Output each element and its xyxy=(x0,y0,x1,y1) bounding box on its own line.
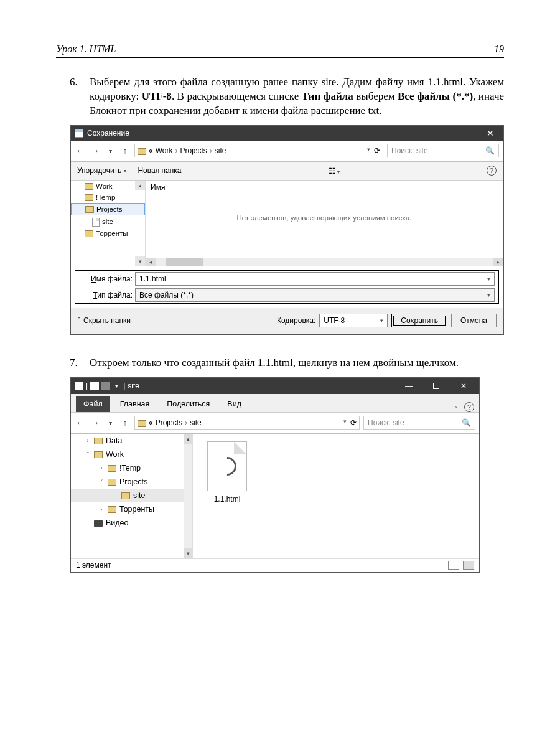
organize-menu[interactable]: Упорядочить▾ xyxy=(77,166,126,175)
save-button[interactable]: Сохранить xyxy=(391,314,447,327)
view-options-icon[interactable]: ☷ ▾ xyxy=(329,166,340,176)
folder-icon xyxy=(138,148,146,155)
qat-props-icon[interactable] xyxy=(90,382,99,390)
breadcrumb[interactable]: « Projects› site ▾⟳ xyxy=(134,416,360,430)
up-icon[interactable]: ↑ xyxy=(119,418,131,428)
qat-dropdown-icon[interactable]: ▾ xyxy=(115,383,118,389)
help-icon[interactable]: ? xyxy=(487,166,497,176)
horizontal-scrollbar[interactable]: ◂▸ xyxy=(146,258,503,266)
scroll-up-icon[interactable]: ▴ xyxy=(135,181,145,190)
tab-home[interactable]: Главная xyxy=(113,396,157,412)
help-icon[interactable]: ? xyxy=(464,402,474,412)
qat-newfolder-icon[interactable] xyxy=(101,382,110,390)
search-input[interactable]: Поиск: site 🔍 xyxy=(387,144,499,157)
minimize-icon[interactable]: — xyxy=(397,378,421,394)
tree-item-video: Видео xyxy=(71,516,192,530)
notepad-icon xyxy=(75,129,83,138)
tree-item-work: ˅Work xyxy=(71,448,192,461)
chevron-down-icon[interactable]: ▾ xyxy=(487,292,490,298)
details-view-icon[interactable] xyxy=(448,561,459,570)
step-6-text: 6. Выберем для этого файла созданную ран… xyxy=(70,75,504,118)
save-dialog-titlebar[interactable]: Сохранение ✕ xyxy=(71,126,503,141)
encoding-label: Кодировка: xyxy=(277,316,315,325)
tree-item-work: Work xyxy=(71,181,145,192)
save-tree[interactable]: ▴ Work !Temp Projects site Торренты ▾ xyxy=(71,181,146,266)
ribbon-expand-icon[interactable]: ˅ xyxy=(455,406,458,412)
tree-item-data: ›Data xyxy=(71,434,192,448)
fol
 xyxy=(138,420,146,427)
search-icon: 🔍 xyxy=(462,418,471,427)
explorer-tree[interactable]: ›Data ˅Work ›!Temp ˅Projects site ›Торре… xyxy=(71,434,193,558)
maximize-icon[interactable] xyxy=(424,378,448,394)
file-thumbnail xyxy=(207,441,247,491)
forward-icon[interactable]: → xyxy=(90,418,101,428)
step-6-number: 6. xyxy=(70,75,86,118)
ribbon: Файл Главная Поделиться Вид ˅ ? xyxy=(71,394,479,413)
file-list-pane: Имя Нет элементов, удовлетворяющих услов… xyxy=(146,181,503,266)
save-form: Имя файла: 1.1.html▾ Тип файла: Все файл… xyxy=(75,270,499,304)
vertical-scrollbar[interactable]: ▴▾ xyxy=(184,434,192,558)
edge-icon xyxy=(214,453,240,479)
scroll-down-icon[interactable]: ▾ xyxy=(135,256,145,266)
step-7-text: 7. Откроем только что созданный файл 1.1… xyxy=(70,356,504,370)
chevron-down-icon[interactable]: ▾ xyxy=(343,418,347,427)
file-content-pane[interactable]: 1.1.html xyxy=(193,434,479,558)
back-icon[interactable]: ← xyxy=(75,418,86,428)
tree-item-temp: ›!Temp xyxy=(71,461,192,475)
close-icon[interactable]: ✕ xyxy=(482,128,499,138)
empty-message: Нет элементов, удовлетворяющих условиям … xyxy=(151,214,498,222)
save-dialog-title: Сохранение xyxy=(87,129,129,138)
save-dialog: Сохранение ✕ ← → ▾ ↑ « Work› Projects› s… xyxy=(70,125,504,335)
tab-view[interactable]: Вид xyxy=(220,396,249,412)
tab-file[interactable]: Файл xyxy=(76,396,110,412)
tree-item-site: site xyxy=(71,489,192,502)
breadcrumb[interactable]: « Work› Projects› site ▾⟳ xyxy=(134,144,383,157)
chevron-down-icon[interactable]: ▾ xyxy=(487,276,490,282)
history-dropdown-icon[interactable]: ▾ xyxy=(105,148,116,154)
explorer-address-bar: ← → ▾ ↑ « Projects› site ▾⟳ Поиск: site … xyxy=(71,413,479,434)
explorer-window: |▾| site — ✕ Файл Главная Поделиться Вид… xyxy=(70,377,480,573)
filename-label: Имя файла: xyxy=(75,275,135,283)
file-item[interactable]: 1.1.html xyxy=(200,441,254,551)
save-toolbar: Упорядочить▾ Новая папка ☷ ▾ ? xyxy=(71,162,503,181)
tab-share[interactable]: Поделиться xyxy=(159,396,217,412)
search-input[interactable]: Поиск: site 🔍 xyxy=(363,416,475,430)
filename-input[interactable]: 1.1.html▾ xyxy=(135,272,495,286)
tree-item-projects: ˅Projects xyxy=(71,475,192,489)
encoding-select[interactable]: UTF-8▾ xyxy=(319,314,388,327)
back-icon[interactable]: ← xyxy=(75,146,86,156)
running-title: Урок 1. HTML xyxy=(56,44,116,55)
forward-icon[interactable]: → xyxy=(90,146,101,156)
address-bar: ← → ▾ ↑ « Work› Projects› site ▾⟳ Поиск:… xyxy=(71,141,503,162)
icons-view-icon[interactable] xyxy=(463,561,474,570)
page-number: 19 xyxy=(494,44,504,55)
filetype-label: Тип файла: xyxy=(75,291,135,299)
video-icon xyxy=(94,520,103,527)
tree-item-torrents: Торренты xyxy=(71,228,145,239)
tree-item-torrents: ›Торренты xyxy=(71,502,192,516)
explorer-title: site xyxy=(128,382,139,390)
up-icon[interactable]: ↑ xyxy=(119,146,131,156)
status-bar: 1 элемент xyxy=(71,558,479,572)
chevron-down-icon[interactable]: ▾ xyxy=(367,146,370,155)
close-icon[interactable]: ✕ xyxy=(452,378,475,394)
hide-folders-toggle[interactable]: ˄Скрыть папки xyxy=(77,316,131,325)
cancel-button[interactable]: Отмена xyxy=(451,314,497,327)
qat-icon[interactable] xyxy=(75,382,83,390)
filetype-select[interactable]: Все файлы (*.*)▾ xyxy=(135,288,495,302)
tree-item-temp: !Temp xyxy=(71,192,145,203)
chevron-up-icon: ˄ xyxy=(77,316,81,325)
explorer-titlebar[interactable]: |▾| site — ✕ xyxy=(71,378,479,394)
refresh-icon[interactable]: ⟳ xyxy=(350,418,357,427)
status-item-count: 1 элемент xyxy=(76,561,111,570)
tree-item-site: site xyxy=(71,215,145,228)
tree-item-projects: Projects xyxy=(71,203,145,215)
refresh-icon[interactable]: ⟳ xyxy=(374,146,380,155)
new-folder-button[interactable]: Новая папка xyxy=(138,166,181,175)
history-dropdown-icon[interactable]: ▾ xyxy=(105,420,116,426)
column-header-name[interactable]: Имя xyxy=(151,183,498,197)
search-icon: 🔍 xyxy=(485,146,495,155)
step-7-number: 7. xyxy=(70,356,86,370)
file-name-label: 1.1.html xyxy=(200,495,254,504)
